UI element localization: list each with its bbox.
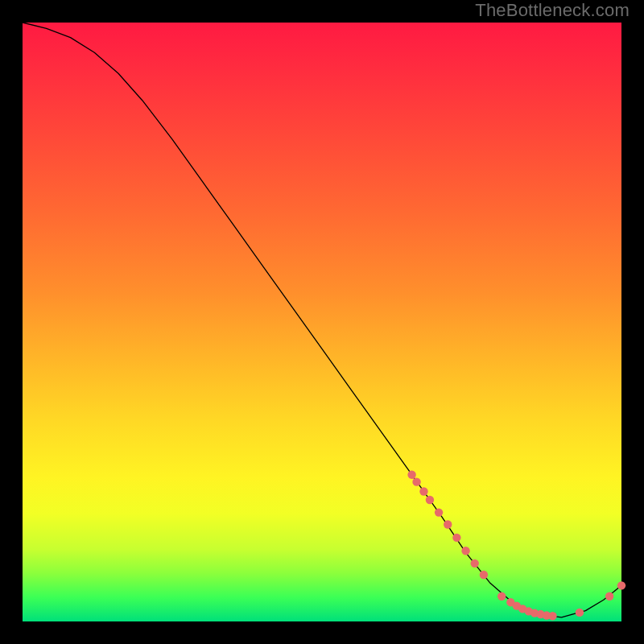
data-point-marker <box>435 508 443 516</box>
data-point-marker <box>407 471 415 479</box>
chart-svg <box>23 23 621 621</box>
data-point-marker <box>548 612 556 620</box>
chart-frame: TheBottleneck.com <box>0 0 644 644</box>
data-point-marker <box>452 534 460 542</box>
bottleneck-curve <box>23 23 621 617</box>
watermark-text: TheBottleneck.com <box>475 0 630 21</box>
data-point-marker <box>471 559 479 568</box>
data-point-marker <box>444 520 452 528</box>
data-point-marker <box>412 477 420 485</box>
data-point-marker <box>419 487 427 495</box>
data-point-marker <box>576 609 584 617</box>
data-point-marker <box>617 581 625 589</box>
plot-area <box>23 23 621 621</box>
data-point-marker <box>461 547 469 555</box>
data-point-marker <box>426 496 434 504</box>
data-point-marker <box>605 592 613 601</box>
markers-group <box>407 471 625 621</box>
data-point-marker <box>497 592 506 601</box>
data-point-marker <box>480 571 488 579</box>
